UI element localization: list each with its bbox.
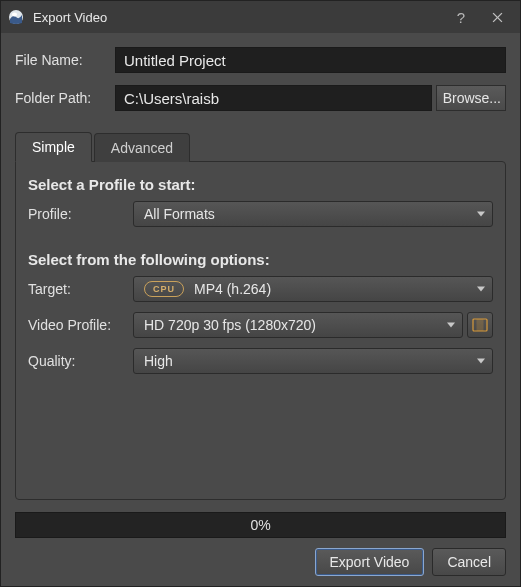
video-profile-select[interactable]: HD 720p 30 fps (1280x720) [133, 312, 463, 338]
tab-advanced[interactable]: Advanced [94, 133, 190, 162]
quality-select[interactable]: High [133, 348, 493, 374]
video-profile-label: Video Profile: [28, 317, 133, 333]
tabstrip: Simple Advanced [15, 132, 506, 162]
file-name-label: File Name: [15, 52, 115, 68]
quality-value: High [144, 353, 173, 369]
svg-point-1 [12, 13, 17, 17]
target-value: MP4 (h.264) [194, 281, 271, 297]
quality-label: Quality: [28, 353, 133, 369]
tab-panel-simple: Select a Profile to start: Profile: All … [15, 161, 506, 500]
chevron-down-icon [477, 212, 485, 217]
folder-path-label: Folder Path: [15, 90, 115, 106]
target-label: Target: [28, 281, 133, 297]
video-profile-value: HD 720p 30 fps (1280x720) [144, 317, 316, 333]
browse-button[interactable]: Browse... [436, 85, 506, 111]
close-button[interactable] [482, 5, 512, 29]
profile-heading: Select a Profile to start: [28, 176, 493, 193]
export-video-button[interactable]: Export Video [315, 548, 425, 576]
tab-simple[interactable]: Simple [15, 132, 92, 162]
progress-text: 0% [250, 517, 270, 533]
film-icon [472, 317, 488, 333]
app-icon [7, 8, 25, 26]
video-profile-edit-button[interactable] [467, 312, 493, 338]
folder-path-input[interactable] [115, 85, 432, 111]
svg-rect-5 [477, 319, 484, 331]
chevron-down-icon [447, 323, 455, 328]
profile-select[interactable]: All Formats [133, 201, 493, 227]
window-title: Export Video [33, 10, 107, 25]
cancel-button[interactable]: Cancel [432, 548, 506, 576]
profile-label: Profile: [28, 206, 133, 222]
titlebar: Export Video ? [1, 1, 520, 33]
cpu-badge: CPU [144, 281, 184, 297]
file-name-input[interactable] [115, 47, 506, 73]
options-heading: Select from the following options: [28, 251, 493, 268]
profile-value: All Formats [144, 206, 215, 222]
progress-bar: 0% [15, 512, 506, 538]
chevron-down-icon [477, 359, 485, 364]
chevron-down-icon [477, 287, 485, 292]
help-button[interactable]: ? [446, 5, 476, 29]
export-video-dialog: Export Video ? File Name: Folder Path: B… [0, 0, 521, 587]
target-select[interactable]: CPU MP4 (h.264) [133, 276, 493, 302]
